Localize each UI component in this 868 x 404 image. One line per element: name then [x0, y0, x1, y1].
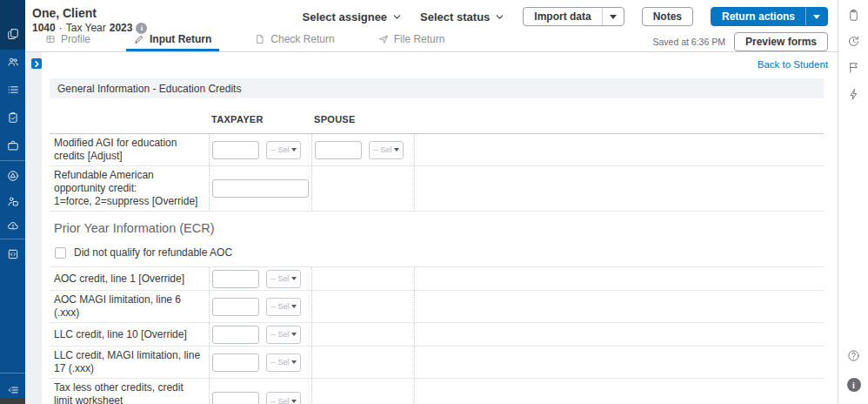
chevron-down-icon [494, 11, 505, 23]
llc-credit-select[interactable]: -- Sel [266, 326, 301, 344]
section-title: General Information - Education Credits [57, 83, 241, 95]
table-row: LLC credit, line 10 [Override] -- Sel [50, 323, 824, 347]
collapsed-nav-panel [25, 52, 42, 404]
aoc-credit-select[interactable]: -- Sel [266, 270, 301, 288]
import-data-button[interactable]: Import data [523, 7, 624, 26]
back-to-student-link[interactable]: Back to Student [758, 59, 828, 70]
flag-icon[interactable] [838, 61, 868, 74]
tax-year-label: Tax Year [66, 22, 106, 34]
import-data-caret[interactable] [602, 8, 624, 25]
modified-agi-spouse-select[interactable]: -- Sel [369, 141, 404, 159]
pencil-icon [134, 34, 144, 44]
notes-button[interactable]: Notes [642, 7, 693, 26]
refundable-aoc-override-input[interactable] [212, 179, 309, 198]
field-label: Tax less other credits, credit limit wor… [50, 379, 209, 404]
header-toolbar: Select assignee Select status Import dat… [303, 7, 828, 26]
table-row: AOC MAGI limitation, line 6 (.xxx) -- Se… [50, 291, 824, 323]
collapse-menu-icon[interactable] [0, 383, 25, 397]
table-row: Refundable American opportunity credit: … [50, 166, 824, 212]
return-actions-caret[interactable] [805, 8, 827, 25]
column-header-spouse: SPOUSE [311, 114, 414, 125]
llc-credit-input[interactable] [212, 326, 259, 344]
tax-year: 2023 [110, 22, 133, 34]
tab-file-return[interactable]: File Return [371, 33, 453, 51]
spouse-cell: -- Sel [311, 134, 414, 165]
aoc-magi-input[interactable] [212, 298, 259, 316]
caret-down-icon [291, 148, 297, 152]
expand-panel-button[interactable] [31, 58, 42, 69]
sidebar-divider [0, 373, 25, 374]
help-icon[interactable] [838, 349, 868, 362]
caret-down-icon [394, 148, 399, 152]
spouse-cell [311, 166, 414, 211]
document-icon [255, 34, 265, 44]
modified-agi-spouse-input[interactable] [315, 141, 362, 159]
taxpayer-cell: -- Sel [209, 323, 311, 346]
spouse-cell [311, 323, 414, 346]
alerts-icon[interactable] [0, 169, 25, 183]
field-label: AOC credit, line 1 [Override] [50, 270, 209, 288]
return-actions-button[interactable]: Return actions [711, 7, 828, 26]
caret-down-icon [291, 305, 297, 308]
table-row: Tax less other credits, credit limit wor… [50, 379, 824, 404]
sidebar-item-tax-returns-active[interactable] [0, 0, 25, 50]
tax-returns-icon[interactable] [0, 27, 25, 41]
zap-icon[interactable] [838, 88, 868, 101]
tab-profile[interactable]: Profile [37, 33, 98, 51]
select-status-dropdown[interactable]: Select status [420, 10, 505, 24]
spouse-cell [311, 347, 414, 378]
developer-icon[interactable] [0, 247, 25, 261]
spouse-cell [311, 379, 414, 404]
list-icon[interactable] [0, 83, 25, 97]
work-icon[interactable] [0, 138, 25, 152]
preview-forms-button[interactable]: Preview forms [734, 32, 828, 51]
info-icon[interactable]: i [136, 23, 147, 34]
info-icon[interactable]: i [838, 378, 868, 392]
taxpayer-cell: -- Sel [209, 347, 311, 378]
tab-check-return[interactable]: Check Return [247, 33, 342, 51]
aoc-magi-select[interactable]: -- Sel [266, 298, 301, 316]
caret-down-icon [291, 400, 297, 403]
taxpayer-cell: -- Sel [209, 134, 311, 165]
cloud-status-icon[interactable] [0, 219, 25, 232]
history-icon[interactable] [838, 35, 868, 48]
did-not-qualify-checkbox[interactable] [55, 247, 66, 259]
page-header: One, Client 1040 · Tax Year 2023 i Profi… [25, 0, 868, 52]
tax-less-credits-select[interactable]: -- Sel [266, 392, 301, 404]
table-header-row: TAXPAYER SPOUSE [50, 105, 824, 134]
input-table: TAXPAYER SPOUSE Modified AGI for educati… [50, 105, 824, 404]
field-label: Refundable American opportunity credit: … [50, 166, 209, 211]
access-icon[interactable] [0, 194, 25, 208]
tax-less-credits-input[interactable] [212, 392, 259, 404]
table-row: LLC credit, MAGI limitation, line 17 (.x… [50, 347, 824, 379]
caret-down-icon [291, 333, 297, 336]
field-label: LLC credit, MAGI limitation, line 17 (.x… [50, 347, 209, 378]
tab-input-return[interactable]: Input Return [126, 33, 219, 51]
send-icon [378, 34, 389, 44]
saved-status: Saved at 6:36 PM [652, 37, 724, 47]
taxpayer-cell: -- Sel [209, 267, 311, 290]
caret-down-icon [610, 15, 617, 19]
modified-agi-taxpayer-select[interactable]: -- Sel [266, 141, 301, 159]
clients-icon[interactable] [0, 55, 25, 69]
caret-down-icon [291, 277, 297, 280]
field-label: Modified AGI for education credits [Adju… [50, 134, 209, 165]
client-name: One, Client [32, 6, 97, 20]
taxpayer-cell: -- Sel [209, 291, 311, 322]
llc-magi-select[interactable]: -- Sel [266, 354, 301, 372]
field-label: LLC credit, line 10 [Override] [50, 326, 209, 344]
field-label: AOC MAGI limitation, line 6 (.xxx) [50, 291, 209, 322]
modified-agi-taxpayer-input[interactable] [212, 141, 259, 159]
spouse-cell [311, 267, 414, 290]
clipboard-icon[interactable] [838, 9, 868, 22]
tasks-icon[interactable] [0, 111, 25, 125]
table-row: Modified AGI for education credits [Adju… [50, 134, 824, 166]
sidebar-divider [0, 160, 25, 161]
separator: · [59, 22, 63, 34]
grid-icon [45, 34, 56, 44]
prior-year-heading: Prior Year Information (ECR) [54, 221, 215, 235]
section-header: General Information - Education Credits [50, 78, 824, 98]
aoc-credit-input[interactable] [212, 270, 259, 288]
llc-magi-input[interactable] [212, 354, 259, 372]
select-assignee-dropdown[interactable]: Select assignee [303, 10, 404, 24]
